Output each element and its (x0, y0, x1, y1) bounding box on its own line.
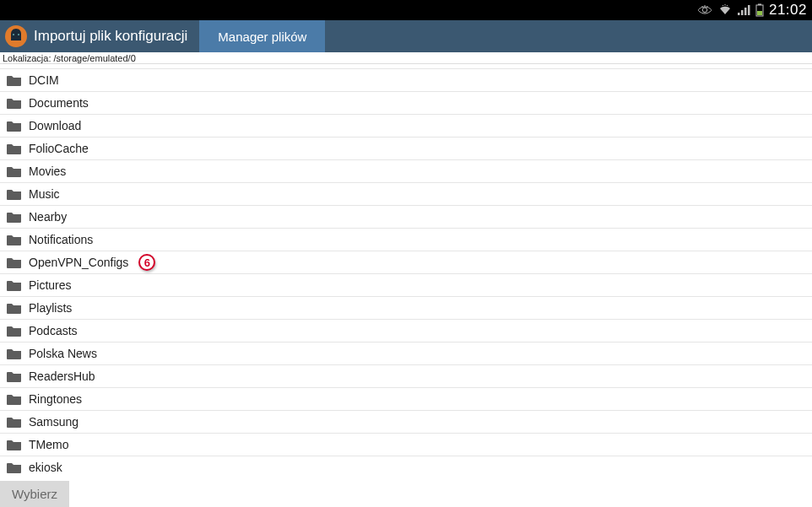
folder-icon (7, 188, 22, 200)
folder-row[interactable]: Nearby (0, 206, 812, 229)
folder-icon (7, 302, 22, 314)
svg-rect-8 (758, 4, 761, 6)
folder-icon (7, 143, 22, 154)
folder-icon (7, 279, 22, 291)
folder-row[interactable]: ekiosk (0, 456, 812, 478)
choose-button[interactable]: Wybierz (0, 481, 69, 507)
folder-label: Movies (29, 165, 66, 178)
folder-label: Podcasts (29, 324, 78, 337)
folder-label: Download (29, 119, 81, 132)
bottom-bar: Wybierz (0, 478, 812, 507)
svg-point-0 (701, 6, 703, 8)
eye-icon (696, 5, 713, 15)
folder-icon (7, 393, 22, 405)
folder-label: Documents (29, 96, 89, 110)
svg-point-11 (13, 34, 14, 35)
folder-label: Ringtones (29, 392, 82, 406)
folder-icon (7, 120, 22, 132)
folder-label: DCIM (29, 73, 59, 87)
folder-label: Polska News (29, 347, 97, 360)
folder-icon (7, 211, 22, 223)
location-path: /storage/emulated/0 (54, 53, 136, 63)
folder-row[interactable]: Polska News (0, 342, 812, 365)
folder-label: OpenVPN_Configs (29, 256, 128, 269)
battery-icon (755, 3, 764, 17)
folder-icon (7, 165, 22, 177)
folder-icon (7, 97, 22, 109)
folder-label: Playlists (29, 301, 72, 315)
folder-label: ReadersHub (29, 369, 95, 383)
folder-label: Music (29, 187, 60, 201)
app-bar: Importuj plik konfiguracji Manager plikó… (0, 20, 812, 52)
wifi-icon (718, 4, 732, 16)
app-logo-icon (0, 20, 32, 52)
file-area: …DCIMDocumentsDownloadFolioCacheMoviesMu… (0, 64, 812, 478)
file-list: …DCIMDocumentsDownloadFolioCacheMoviesMu… (0, 64, 812, 478)
folder-row[interactable]: Ringtones (0, 388, 812, 411)
svg-rect-4 (741, 10, 744, 15)
folder-icon (7, 256, 22, 268)
svg-rect-5 (744, 8, 747, 15)
svg-rect-9 (757, 11, 762, 15)
folder-icon (7, 74, 22, 86)
folder-row[interactable]: Playlists (0, 297, 812, 320)
folder-row[interactable]: ReadersHub (0, 365, 812, 388)
folder-row[interactable]: Notifications (0, 229, 812, 251)
location-prefix: Lokalizacja: (3, 53, 54, 63)
folder-row[interactable]: Music (0, 183, 812, 206)
folder-label: Pictures (29, 278, 72, 292)
folder-row[interactable]: Pictures (0, 274, 812, 297)
status-clock: 21:02 (769, 2, 807, 19)
tab-file-manager[interactable]: Manager plików (199, 20, 325, 52)
folder-icon (7, 348, 22, 359)
folder-icon (7, 416, 22, 428)
folder-icon (7, 439, 22, 450)
status-bar: 21:02 (0, 0, 812, 20)
folder-icon (7, 461, 22, 473)
folder-row[interactable]: Download (0, 115, 812, 138)
svg-rect-6 (748, 5, 750, 15)
folder-row[interactable]: Documents (0, 92, 812, 115)
folder-label: FolioCache (29, 142, 89, 155)
folder-row[interactable]: FolioCache (0, 138, 812, 160)
folder-row[interactable]: TMemo (0, 434, 812, 456)
folder-label: TMemo (29, 438, 68, 451)
svg-point-12 (18, 34, 19, 35)
signal-icon (737, 4, 750, 16)
svg-point-2 (706, 6, 708, 8)
folder-row[interactable]: Samsung (0, 411, 812, 434)
location-bar: Lokalizacja: /storage/emulated/0 (0, 52, 812, 64)
folder-row[interactable]: Movies (0, 160, 812, 183)
folder-icon (7, 234, 22, 245)
folder-row[interactable]: Podcasts (0, 320, 812, 342)
folder-label: ekiosk (29, 461, 62, 474)
step-annotation: 6 (138, 254, 155, 271)
folder-label: Samsung (29, 415, 78, 429)
svg-rect-3 (738, 13, 740, 15)
app-title: Importuj plik konfiguracji (32, 20, 199, 52)
folder-row[interactable]: OpenVPN_Configs6 (0, 251, 812, 274)
folder-icon (7, 370, 22, 382)
folder-label: Nearby (29, 210, 67, 224)
folder-row[interactable]: DCIM (0, 69, 812, 92)
folder-label: Notifications (29, 233, 93, 246)
folder-icon (7, 325, 22, 337)
svg-point-1 (704, 5, 706, 7)
